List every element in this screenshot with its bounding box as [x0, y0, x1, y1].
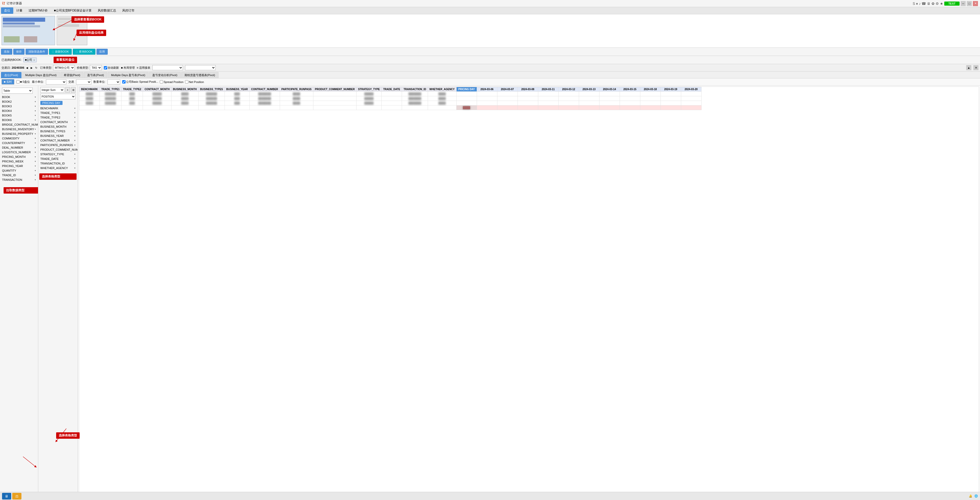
nav-tab-mtm[interactable]: 过期MTM计价: [25, 7, 51, 14]
nav-tab-risk-order[interactable]: 风控订市: [119, 7, 138, 14]
pivot-table: BENCHMARK TRADE_TYPE1 TRADE_TYPE2 CONTRA…: [79, 87, 702, 110]
field-item-quantity[interactable]: QUANTITY▾: [1, 168, 37, 173]
query-book-button[interactable]: ◌ 查询BOOK: [73, 49, 95, 55]
cell-pink: [681, 105, 701, 110]
cell: [224, 105, 249, 110]
field-item-book5[interactable]: BOOK5▾: [1, 113, 37, 118]
config-field-benchmark[interactable]: BENCHMARK▾: [39, 106, 76, 110]
field-item-book3[interactable]: BOOK3▾: [1, 104, 37, 109]
tab-pivot-position[interactable]: 盘位(Pivot): [1, 72, 21, 78]
config-field-whether-agency[interactable]: WHETHER_AGENCY▾: [39, 166, 76, 170]
field-item-pricing-month[interactable]: PRICING_MONTH▾: [1, 155, 37, 159]
config-field-trade-type2[interactable]: TRADE_TYPE2▾: [39, 115, 76, 120]
auto-refresh-checkbox[interactable]: [104, 66, 107, 69]
price-type-select[interactable]: TAS: [90, 65, 102, 70]
data-unit-select[interactable]: [107, 80, 120, 85]
field-item-logistics[interactable]: LOGISTICS_NUMBER▾: [1, 150, 37, 155]
basic-spread-checkbox[interactable]: [122, 80, 126, 83]
agg-settings-btn[interactable]: ⚙: [71, 87, 76, 93]
tab-multi-day-contract[interactable]: Multiple Days 盈亏表(Pivot): [108, 72, 148, 78]
book-tag: ■公司 ×: [23, 58, 37, 62]
field-item-book6[interactable]: BOOK6▾: [1, 118, 37, 122]
field-item-property[interactable]: BUSINESS_PROPERTY▾: [1, 131, 37, 136]
min-unit-select[interactable]: [46, 80, 66, 85]
config-field-participate[interactable]: PARTICIPATE_RUNPASS▾: [39, 143, 76, 147]
config-field-transaction-id[interactable]: TRANSACTION_ID▾: [39, 161, 76, 166]
title-bar-right: S ♦ ♪ ☎ 🖥 ✿ ⚙ ★ TEST ─ □ ✕: [913, 1, 978, 6]
panel-close-button[interactable]: ✕: [974, 65, 978, 70]
save-button[interactable]: 保存: [13, 49, 24, 55]
pivot-table-wrap[interactable]: BENCHMARK TRADE_TYPE1 TRADE_TYPE2 CONTRA…: [79, 87, 979, 499]
field-item-deal[interactable]: DEAL_NUMBER▾: [1, 145, 37, 150]
position-field-select[interactable]: POSITION: [40, 94, 76, 99]
config-field-trade-type1[interactable]: TRADE_TYPE1▾: [39, 110, 76, 115]
cell: ███████: [250, 96, 280, 101]
add-button[interactable]: 添加: [1, 49, 12, 55]
field-item-inventory[interactable]: BUSINESS_INVENTORY▾: [1, 127, 37, 131]
field-item-trade-id[interactable]: TRADE_ID▾: [1, 173, 37, 177]
field-item-book[interactable]: BOOK▾: [1, 95, 37, 99]
nav-tab-risk-summary[interactable]: 风控数据汇总: [95, 7, 119, 14]
close-button[interactable]: ✕: [973, 1, 978, 6]
data-area[interactable]: BENCHMARK TRADE_TYPE1 TRADE_TYPE2 CONTRA…: [79, 86, 979, 499]
spread-position-checkbox[interactable]: [160, 80, 163, 83]
config-field-product-comment[interactable]: PRODUCT_COMMENT_NUMBER▾: [39, 147, 76, 152]
cell: ████: [428, 101, 456, 105]
field-item-commodity[interactable]: COMMODITY▾: [1, 136, 37, 141]
refresh-date-arrow[interactable]: ↻: [35, 66, 38, 69]
realtime-toggle[interactable]: ■ 实时: [2, 79, 14, 85]
pricing-day-badge: PRICING DAY: [40, 101, 62, 105]
field-item-book2[interactable]: BOOK2▾: [1, 99, 37, 104]
cell: [313, 92, 356, 96]
table-type-select[interactable]: Table Chart: [2, 88, 33, 94]
tab-hope-value[interactable]: 希望值(Pivot): [60, 72, 84, 78]
field-item-book4[interactable]: BOOK4▾: [1, 109, 37, 113]
field-item-transaction[interactable]: TRANSACTION▾: [1, 177, 37, 182]
cell: █████: [143, 92, 171, 96]
field-item-counterparty[interactable]: COUNTERPARTY▾: [1, 141, 37, 145]
net-position-checkbox[interactable]: [185, 80, 188, 83]
order-type-select[interactable]: MTM分公司: [53, 65, 75, 70]
tab-futures-position[interactable]: 期纸货盈亏透视表(Pivot): [181, 72, 218, 78]
field-item-pricing-year[interactable]: PRICING_YEAR▾: [1, 164, 37, 168]
th-date-0312: 2024-03-12: [558, 87, 579, 92]
zero-position-checkbox[interactable]: [16, 80, 20, 83]
minimize-button[interactable]: ─: [961, 1, 966, 6]
book-tag-close[interactable]: ×: [33, 59, 35, 62]
extra-dropdown[interactable]: [185, 65, 216, 70]
th-date-0308: 2024-03-08: [517, 87, 538, 92]
config-field-contract-number[interactable]: CONTRACT_NUMBER▾: [39, 138, 76, 143]
refresh-book-button[interactable]: ◌ 刷新BOOK: [49, 49, 72, 55]
zero-position-label: ■ 0盘位: [20, 80, 30, 84]
field-item-bridge[interactable]: BRIDGE_CONTRACT_NUMBER▾: [1, 122, 37, 127]
panel-expand-button[interactable]: ▲: [966, 65, 971, 70]
field-item-pricing-week[interactable]: PRICING_WEEK▾: [1, 159, 37, 164]
aggregate-select[interactable]: Integer Sum Sum Count Avg: [40, 87, 64, 93]
transaction-select[interactable]: [76, 80, 91, 85]
taskbar-icon-2[interactable]: ⚖: [12, 493, 21, 500]
prev-date-arrow[interactable]: ◀: [25, 66, 29, 69]
maximize-button[interactable]: □: [967, 1, 972, 6]
config-field-contract-month[interactable]: CONTRACT_MONTH▾: [39, 120, 76, 125]
table-dropdown[interactable]: [152, 65, 183, 70]
tab-contract-number[interactable]: 盈亏表(Pivot): [84, 72, 107, 78]
cell: [497, 101, 517, 105]
cell: [497, 96, 517, 101]
cell: [80, 105, 100, 110]
nav-tab-position[interactable]: 盘位: [1, 7, 13, 14]
config-field-strategy-type[interactable]: STRATEGY_TYPE▾: [39, 152, 76, 157]
taskbar-icon-1[interactable]: 🖥: [2, 493, 11, 500]
filter-condition-button[interactable]: 清除筛选条件: [25, 49, 48, 55]
config-field-trade-date[interactable]: TRADE_DATE▾: [39, 157, 76, 161]
config-field-business-types[interactable]: BUSINESS_TYPES▾: [39, 129, 76, 134]
agg-expand-btn[interactable]: +: [65, 87, 70, 93]
tab-contract-analysis[interactable]: 盈亏变动分析(Pivot): [149, 72, 181, 78]
next-date-arrow[interactable]: ▶: [30, 66, 33, 69]
config-field-business-month[interactable]: BUSINESS_MONTH▾: [39, 125, 76, 129]
nav-tab-bfoe[interactable]: ■公司实货BFOE保证金计算: [51, 7, 95, 14]
config-field-business-year[interactable]: BUSINESS_YEAR▾: [39, 134, 76, 138]
apply-button[interactable]: 应用: [97, 49, 108, 55]
nav-tab-calc[interactable]: 计量: [13, 7, 25, 14]
th-strategy-type: STRATEGY_TYPE: [356, 87, 381, 92]
tab-multi-day-position[interactable]: Multiple Days 盘位(Pivot): [22, 72, 60, 78]
